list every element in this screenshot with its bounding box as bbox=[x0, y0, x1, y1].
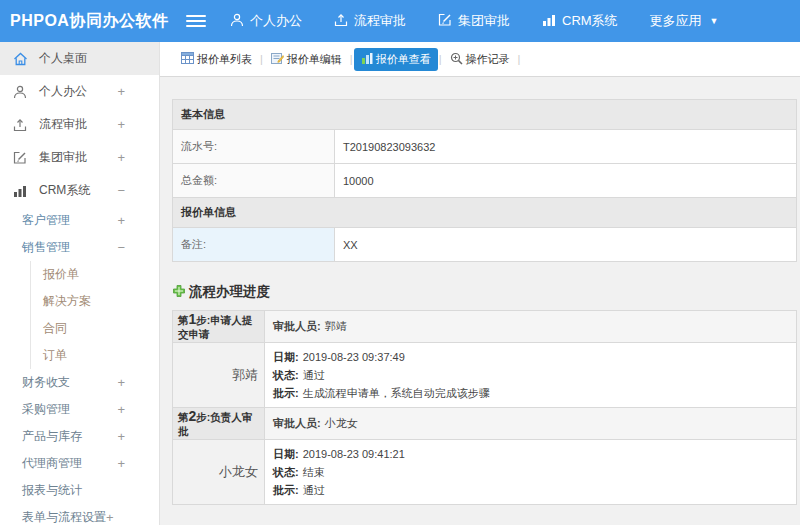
tab-separator: | bbox=[350, 53, 353, 65]
table-row: 备注: XX bbox=[173, 228, 797, 262]
field-value-total-amount: 10000 bbox=[335, 164, 797, 198]
chart-icon bbox=[542, 13, 556, 30]
quotation-info-table: 基本信息 流水号: T20190823093632 总金额: 10000 报价单… bbox=[172, 99, 797, 262]
expand-toggle[interactable]: + bbox=[106, 510, 114, 525]
sidebar-item-contract[interactable]: 合同 bbox=[31, 315, 159, 342]
nav-group-approval[interactable]: 集团审批 bbox=[438, 12, 510, 30]
chart-icon bbox=[13, 184, 33, 198]
step-2-label: 第2步:负责人审批 bbox=[173, 408, 265, 440]
tab-operation-log[interactable]: 操作记录 bbox=[443, 48, 517, 71]
sales-management-submenu: 报价单 解决方案 合同 订单 bbox=[30, 261, 159, 369]
field-value-serial-number: T20190823093632 bbox=[335, 130, 797, 164]
sidebar-item-order[interactable]: 订单 bbox=[31, 342, 159, 369]
sidebar-item-solution[interactable]: 解决方案 bbox=[31, 288, 159, 315]
table-row: 流水号: T20190823093632 bbox=[173, 130, 797, 164]
field-label-total-amount: 总金额: bbox=[173, 164, 335, 198]
sidebar-item-workflow-approval[interactable]: 流程审批 + bbox=[0, 108, 159, 141]
sidebar-item-purchasing[interactable]: 采购管理 + bbox=[0, 396, 159, 423]
field-label-remark: 备注: bbox=[173, 228, 335, 262]
sidebar-item-group-approval[interactable]: 集团审批 + bbox=[0, 141, 159, 174]
step-2-approver: 审批人员:小龙女 bbox=[265, 408, 797, 440]
nav-personal-office[interactable]: 个人办公 bbox=[230, 12, 302, 30]
sidebar-item-sales-management[interactable]: 销售管理 − bbox=[0, 234, 159, 261]
process-steps-table: 第1步:申请人提交申请 审批人员:郭靖 郭靖 日期:2019-08-23 09:… bbox=[172, 310, 797, 505]
sidebar: 个人桌面 个人办公 + 流程审批 + 集团审批 + CRM系统 − 客户管理 +… bbox=[0, 42, 160, 525]
nav-crm-system[interactable]: CRM系统 bbox=[542, 12, 618, 30]
edit-note-icon bbox=[271, 52, 284, 66]
edit-icon bbox=[13, 151, 33, 165]
expand-toggle[interactable]: + bbox=[117, 213, 125, 228]
expand-toggle[interactable]: + bbox=[117, 375, 125, 390]
table-icon bbox=[181, 52, 194, 66]
expand-toggle[interactable]: + bbox=[117, 150, 125, 165]
table-row: 第2步:负责人审批 审批人员:小龙女 bbox=[173, 408, 797, 440]
process-progress-title: 流程办理进度 bbox=[172, 283, 797, 301]
caret-down-icon: ▼ bbox=[710, 16, 719, 26]
field-value-remark: XX bbox=[335, 228, 797, 262]
step-2-detail: 日期:2019-08-23 09:41:21 状态:结束 批示:通过 bbox=[265, 440, 797, 505]
nav-workflow-approval[interactable]: 流程审批 bbox=[334, 12, 406, 30]
sidebar-item-crm-system[interactable]: CRM系统 − bbox=[0, 174, 159, 207]
zoom-in-icon bbox=[450, 52, 463, 67]
view-icon bbox=[361, 53, 373, 66]
expand-toggle[interactable]: + bbox=[117, 456, 125, 471]
tab-quotation-list[interactable]: 报价单列表 bbox=[174, 48, 259, 71]
edit-icon bbox=[438, 13, 452, 30]
topbar: PHPOA协同办公软件 个人办公 流程审批 集团审批 CRM系统 bbox=[0, 0, 800, 42]
sidebar-item-finance[interactable]: 财务收支 + bbox=[0, 369, 159, 396]
user-icon bbox=[230, 13, 244, 30]
sidebar-item-personal-office[interactable]: 个人办公 + bbox=[0, 75, 159, 108]
user-icon bbox=[13, 85, 33, 99]
step-1-approver-name: 郭靖 bbox=[173, 343, 265, 408]
tab-quotation-edit[interactable]: 报价单编辑 bbox=[264, 48, 349, 71]
tab-quotation-view[interactable]: 报价单查看 bbox=[354, 48, 438, 71]
section-header-quotation-info: 报价单信息 bbox=[173, 198, 797, 228]
home-icon bbox=[13, 52, 33, 66]
expand-toggle[interactable]: + bbox=[117, 84, 125, 99]
sidebar-item-agent-management[interactable]: 代理商管理 + bbox=[0, 450, 159, 477]
section-header-basic-info: 基本信息 bbox=[173, 100, 797, 130]
sidebar-item-products-inventory[interactable]: 产品与库存 + bbox=[0, 423, 159, 450]
sidebar-item-personal-desktop[interactable]: 个人桌面 bbox=[0, 42, 159, 75]
field-label-serial-number: 流水号: bbox=[173, 130, 335, 164]
sidebar-item-quotation[interactable]: 报价单 bbox=[31, 261, 159, 288]
table-row: 郭靖 日期:2019-08-23 09:37:49 状态:通过 批示:生成流程申… bbox=[173, 343, 797, 408]
workflow-icon bbox=[334, 13, 348, 30]
main-content: 基本信息 流水号: T20190823093632 总金额: 10000 报价单… bbox=[160, 77, 800, 525]
step-1-detail: 日期:2019-08-23 09:37:49 状态:通过 批示:生成流程申请单，… bbox=[265, 343, 797, 408]
expand-toggle[interactable]: + bbox=[117, 117, 125, 132]
nav-more-apps[interactable]: 更多应用 ▼ bbox=[650, 12, 719, 30]
tab-separator: | bbox=[260, 53, 263, 65]
expand-toggle[interactable]: + bbox=[117, 402, 125, 417]
workflow-icon bbox=[13, 118, 33, 132]
plus-icon bbox=[172, 284, 186, 301]
step-1-label: 第1步:申请人提交申请 bbox=[173, 311, 265, 343]
sidebar-item-customer-management[interactable]: 客户管理 + bbox=[0, 207, 159, 234]
step-1-approver: 审批人员:郭靖 bbox=[265, 311, 797, 343]
table-row: 总金额: 10000 bbox=[173, 164, 797, 198]
app-logo: PHPOA协同办公软件 bbox=[0, 11, 186, 32]
tabbar: 报价单列表 | 报价单编辑 | 报价单查看 | 操作记录 | bbox=[160, 42, 800, 77]
tab-separator: | bbox=[439, 53, 442, 65]
step-2-approver-name: 小龙女 bbox=[173, 440, 265, 505]
tab-separator: | bbox=[518, 53, 521, 65]
hamburger-menu-icon[interactable] bbox=[186, 15, 206, 27]
top-navigation: 个人办公 流程审批 集团审批 CRM系统 更多应用 ▼ bbox=[230, 12, 719, 30]
sidebar-item-reports-statistics[interactable]: 报表与统计 bbox=[0, 477, 159, 504]
sidebar-item-form-workflow-settings[interactable]: 表单与流程设置 + bbox=[0, 504, 159, 525]
table-row: 第1步:申请人提交申请 审批人员:郭靖 bbox=[173, 311, 797, 343]
table-row: 小龙女 日期:2019-08-23 09:41:21 状态:结束 批示:通过 bbox=[173, 440, 797, 505]
collapse-toggle[interactable]: − bbox=[117, 183, 125, 198]
expand-toggle[interactable]: + bbox=[117, 429, 125, 444]
collapse-toggle[interactable]: − bbox=[117, 240, 125, 255]
